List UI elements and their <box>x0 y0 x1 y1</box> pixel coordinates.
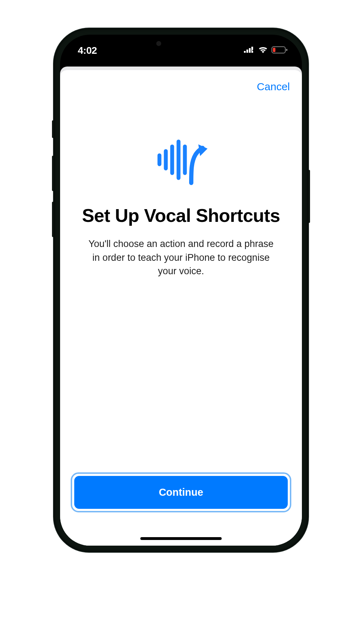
cancel-button[interactable]: Cancel <box>257 81 290 93</box>
vocal-shortcuts-icon <box>154 139 209 188</box>
home-indicator[interactable] <box>140 537 222 540</box>
page-description: You'll choose an action and record a phr… <box>86 237 276 278</box>
continue-button[interactable]: Continue <box>74 476 288 509</box>
sheet-header: Cancel <box>60 70 302 93</box>
setup-sheet: Cancel <box>60 70 302 546</box>
silent-switch <box>52 120 54 138</box>
phone-frame: 4:02 <box>54 28 308 552</box>
svg-rect-4 <box>252 50 254 51</box>
continue-focus-ring: Continue <box>71 472 291 512</box>
svg-rect-1 <box>246 50 248 53</box>
svg-rect-0 <box>244 51 246 53</box>
page-title: Set Up Vocal Shortcuts <box>82 205 280 226</box>
volume-down-button <box>52 202 54 237</box>
battery-icon <box>272 46 288 55</box>
side-button <box>308 170 310 223</box>
status-time: 4:02 <box>78 45 97 56</box>
sheet-content: Set Up Vocal Shortcuts You'll choose an … <box>60 93 302 472</box>
wifi-icon <box>258 46 268 55</box>
status-indicators <box>244 46 288 55</box>
phone-screen: 4:02 <box>60 35 302 546</box>
front-camera <box>156 41 161 46</box>
sheet-footer: Continue <box>60 472 302 546</box>
svg-rect-6 <box>273 48 275 52</box>
svg-rect-3 <box>251 47 253 53</box>
notch <box>132 35 230 54</box>
volume-up-button <box>52 156 54 191</box>
svg-rect-2 <box>249 48 251 53</box>
svg-rect-7 <box>286 49 287 51</box>
cellular-icon <box>244 46 255 55</box>
